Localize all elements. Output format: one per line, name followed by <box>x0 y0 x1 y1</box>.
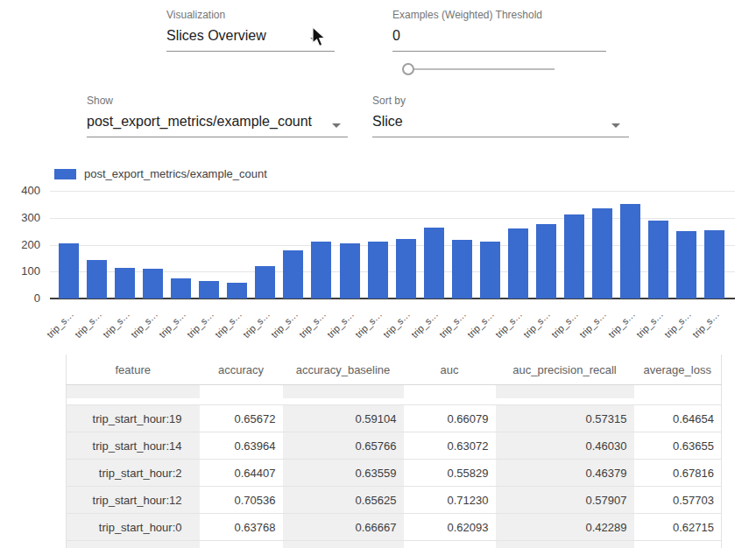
metric-cell: 0.42289 <box>496 514 634 541</box>
table-row: trip_start_hour:190.656720.591040.660790… <box>67 405 722 432</box>
bar[interactable] <box>564 214 584 299</box>
column-header-feature[interactable]: feature <box>67 355 200 385</box>
metric-cell: 0.58337 <box>404 541 496 548</box>
show-value: post_export_metrics/example_count <box>87 113 348 130</box>
bar[interactable] <box>452 240 472 299</box>
slider-handle[interactable] <box>402 63 414 75</box>
sort-by-value-row[interactable]: Slice <box>372 113 629 137</box>
metric-cell: 0.66667 <box>283 514 404 541</box>
metric-cell: 0.63655 <box>634 432 722 460</box>
spacer-cell <box>67 398 200 405</box>
bar[interactable] <box>396 239 416 299</box>
y-axis-tick-label: 200 <box>0 238 40 252</box>
metric-cell: 0.63072 <box>404 432 496 460</box>
filter-cell <box>67 385 200 399</box>
metric-cell: 0.63964 <box>200 432 283 460</box>
feature-cell: trip_start_hour:2 <box>67 460 200 487</box>
spacer-row <box>67 398 722 405</box>
y-axis-tick-label: 100 <box>0 264 40 278</box>
bar[interactable] <box>480 242 500 299</box>
bar[interactable] <box>340 243 360 299</box>
feature-cell: trip_start_hour:19 <box>67 405 200 432</box>
bar[interactable] <box>199 281 219 299</box>
metric-cell: 0.70536 <box>200 487 283 514</box>
visualization-select[interactable]: Visualization Slices Overview <box>166 9 335 52</box>
visualization-value-row[interactable]: Slices Overview <box>166 27 335 52</box>
bar[interactable] <box>255 266 275 299</box>
filter-row <box>67 385 722 399</box>
threshold-input[interactable]: 0 <box>392 27 606 52</box>
column-header-auc[interactable]: auc <box>404 355 496 385</box>
chevron-down-icon[interactable] <box>611 123 620 128</box>
metric-cell: 0.65672 <box>200 405 283 432</box>
table-row: trip_start_hour:140.639640.657660.630720… <box>67 432 722 460</box>
bar[interactable] <box>283 250 303 299</box>
metric-cell: 0.65142 <box>634 541 722 548</box>
bar[interactable] <box>648 221 668 299</box>
bar[interactable] <box>143 269 163 299</box>
bar[interactable] <box>227 283 247 299</box>
threshold-field[interactable]: Examples (Weighted) Threshold 0 <box>392 9 606 52</box>
metric-cell: 0.46030 <box>496 432 634 460</box>
spacer-cell <box>200 398 283 405</box>
metric-cell: 0.66079 <box>404 405 496 432</box>
chevron-down-icon[interactable] <box>310 38 319 42</box>
metric-cell: 0.62093 <box>404 514 496 541</box>
bar[interactable] <box>508 228 528 299</box>
filter-cell <box>404 385 496 399</box>
bar[interactable] <box>311 242 331 299</box>
chevron-down-icon[interactable] <box>332 123 341 128</box>
visualization-label: Visualization <box>166 9 335 21</box>
show-metric-select[interactable]: Show post_export_metrics/example_count <box>87 95 348 137</box>
chart-plot-area <box>50 191 735 299</box>
filter-cell <box>200 385 283 399</box>
legend-swatch <box>54 169 76 179</box>
metric-cell: 0.63768 <box>200 514 283 541</box>
column-header-accuracy_baseline[interactable]: accuracy_baseline <box>283 355 404 385</box>
show-value-row[interactable]: post_export_metrics/example_count <box>87 113 348 137</box>
threshold-label: Examples (Weighted) Threshold <box>392 9 606 21</box>
gridline <box>50 191 735 192</box>
bar[interactable] <box>368 242 388 299</box>
bar[interactable] <box>115 268 135 299</box>
threshold-value: 0 <box>392 27 606 45</box>
metric-cell: 0.64407 <box>200 460 283 487</box>
bar[interactable] <box>536 224 556 299</box>
visualization-value: Slices Overview <box>166 27 335 45</box>
column-header-average_loss[interactable]: average_loss <box>634 355 722 385</box>
metric-cell: 0.59104 <box>283 405 404 432</box>
bar[interactable] <box>620 204 640 299</box>
legend-label: post_export_metrics/example_count <box>84 167 267 180</box>
metric-cell: 0.57315 <box>496 405 634 432</box>
metric-cell: 0.63559 <box>283 460 404 487</box>
spacer-cell <box>496 398 634 405</box>
chart-legend: post_export_metrics/example_count <box>54 167 267 180</box>
metric-cell: 0.66016 <box>200 541 283 548</box>
threshold-slider[interactable] <box>402 63 555 75</box>
filter-cell <box>634 385 722 399</box>
spacer-cell <box>404 398 496 405</box>
feature-cell: trip_start_hour:23 <box>67 541 200 548</box>
metric-cell: 0.57907 <box>496 487 634 514</box>
table-row: trip_start_hour:00.637680.666670.620930.… <box>67 514 722 541</box>
bar[interactable] <box>592 208 612 299</box>
metric-cell: 0.65625 <box>283 487 404 514</box>
bar[interactable] <box>171 278 191 299</box>
bar[interactable] <box>59 243 79 299</box>
feature-cell: trip_start_hour:12 <box>67 487 200 514</box>
slider-track[interactable] <box>408 68 555 70</box>
bar[interactable] <box>676 231 696 299</box>
y-axis-tick-label: 300 <box>0 211 40 225</box>
bar[interactable] <box>87 260 107 299</box>
column-header-auc_precision_recall[interactable]: auc_precision_recall <box>496 355 634 385</box>
feature-cell: trip_start_hour:14 <box>67 432 200 460</box>
feature-cell: trip_start_hour:0 <box>67 514 200 541</box>
metric-cell: 0.57703 <box>634 487 722 514</box>
column-header-accuracy[interactable]: accuracy <box>200 355 283 385</box>
bar[interactable] <box>424 228 444 299</box>
metrics-table: featureaccuracyaccuracy_baselineaucauc_p… <box>66 355 722 548</box>
sort-by-value: Slice <box>372 113 629 130</box>
bar[interactable] <box>704 230 724 299</box>
sort-by-select[interactable]: Sort by Slice <box>372 95 629 137</box>
metric-cell: 0.64844 <box>283 541 404 548</box>
